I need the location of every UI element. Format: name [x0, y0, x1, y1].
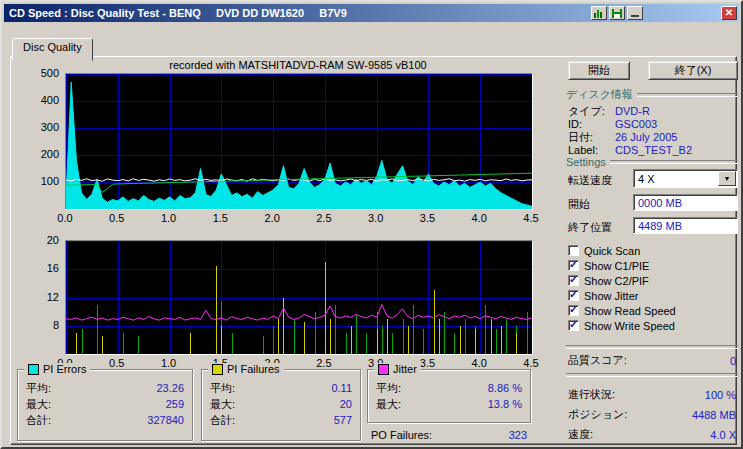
recorded-with-text: recorded with MATSHITADVD-RAM SW-9585 vB… — [65, 59, 531, 71]
x-tick-label: 4.0 — [466, 212, 492, 224]
disc-info-header: ディスク情報 — [566, 87, 738, 102]
start-position-input[interactable]: 0000 MB — [633, 194, 738, 211]
stat-label: 平均: — [26, 381, 51, 396]
x-tick-label: 2.5 — [311, 357, 337, 369]
stat-value: 13.8 % — [488, 398, 522, 410]
exit-button[interactable]: 終了(X) — [648, 61, 738, 80]
speed-row-label: 速度: — [568, 427, 593, 442]
app-window: CD Speed : Disc Quality Test - BENQ DVD … — [0, 0, 743, 449]
x-tick-label: 0.0 — [52, 212, 78, 224]
checkbox-show-jitter[interactable]: Show Jitter — [568, 289, 638, 302]
stat-label: 最大: — [376, 397, 401, 412]
checkbox-label: Quick Scan — [584, 245, 640, 257]
disc-quality-pane: recorded with MATSHITADVD-RAM SW-9585 vB… — [10, 56, 737, 445]
y-tick-label: 8 — [11, 319, 59, 331]
stat-value: 0.11 — [331, 382, 352, 394]
chart-canvas — [66, 74, 532, 209]
stat-value: 577 — [334, 414, 352, 426]
y-tick-label: 100 — [11, 175, 59, 187]
checkbox-show-c2-pif[interactable]: Show C2/PIF — [568, 274, 649, 287]
checkbox-show-c1-pie[interactable]: Show C1/PIE — [568, 259, 649, 272]
progress-row: 進行状況: 100 % — [568, 387, 736, 402]
y-tick-label: 300 — [11, 121, 59, 133]
y-tick-label: 16 — [11, 262, 59, 274]
titlebar-buttons: ✕ — [591, 6, 739, 20]
checkbox-box[interactable] — [568, 245, 579, 256]
checkbox-box[interactable] — [568, 275, 579, 286]
quality-score-row: 品質スコア: 0 — [568, 353, 736, 368]
quality-score-value: 0 — [730, 355, 736, 367]
stat-label: 合計: — [26, 413, 51, 428]
tab-disc-quality[interactable]: Disc Quality — [12, 38, 93, 61]
stat-value: 23.26 — [156, 382, 184, 394]
position-row: ポジション: 4488 MB — [568, 407, 736, 422]
checkbox-label: Show C2/PIF — [584, 275, 649, 287]
pi-errors-box-title: PI Errors — [24, 363, 90, 375]
x-tick-label: 4.5 — [518, 212, 544, 224]
jitter-box-title: Jitter — [374, 363, 421, 375]
y-tick-label: 200 — [11, 148, 59, 160]
chart-icon[interactable] — [591, 6, 607, 20]
jitter-title-label: Jitter — [393, 363, 417, 375]
jitter-swatch-icon — [378, 364, 389, 375]
stat-row: 合計:327840 — [26, 412, 184, 428]
x-tick-label: 4.0 — [466, 357, 492, 369]
checkbox-box[interactable] — [568, 290, 579, 301]
speed-row: 速度: 4.0 X — [568, 427, 736, 442]
disc-info-label: Label: — [568, 144, 615, 156]
stat-row: 最大:259 — [26, 396, 184, 412]
disc-info-value: CDS_TEST_B2 — [615, 144, 692, 156]
stat-label: 平均: — [376, 381, 401, 396]
x-tick-label: 1.0 — [156, 357, 182, 369]
stat-row: 最大:13.8 % — [376, 396, 522, 412]
checkbox-quick-scan[interactable]: Quick Scan — [568, 244, 640, 257]
minimize-icon[interactable] — [627, 6, 643, 20]
position-label: ポジション: — [568, 407, 627, 422]
checkbox-box[interactable] — [568, 305, 579, 316]
x-tick-label: 3.0 — [363, 212, 389, 224]
chart-canvas — [66, 241, 532, 354]
checkbox-box[interactable] — [568, 320, 579, 331]
chevron-down-icon[interactable]: ▼ — [718, 171, 736, 186]
progress-value: 100 % — [705, 389, 736, 401]
speed-row-value: 4.0 X — [710, 429, 736, 441]
x-tick-label: 2.5 — [311, 212, 337, 224]
title-bar[interactable]: CD Speed : Disc Quality Test - BENQ DVD … — [4, 4, 739, 22]
checkbox-show-write-speed[interactable]: Show Write Speed — [568, 319, 675, 332]
close-icon[interactable]: ✕ — [721, 6, 737, 20]
divider — [637, 93, 738, 97]
pif-jitter-chart: 81216200.00.51.01.52.02.53.03.54.04.5 — [11, 240, 555, 374]
window-title: CD Speed : Disc Quality Test - BENQ DVD … — [9, 7, 347, 19]
save-icon[interactable] — [609, 6, 625, 20]
titlebar-spacer — [645, 13, 719, 14]
stat-value: 8.86 % — [488, 382, 522, 394]
stat-row: 平均:8.86 % — [376, 380, 522, 396]
x-tick-label: 3.5 — [414, 212, 440, 224]
checkbox-box[interactable] — [568, 260, 579, 271]
pi-errors-plot — [65, 73, 533, 210]
pi-failures-title-label: PI Failures — [227, 363, 280, 375]
checkbox-label: Show C1/PIE — [584, 260, 649, 272]
start-button[interactable]: 開始 — [568, 61, 630, 80]
divider — [610, 160, 738, 164]
settings-header-label: Settings — [566, 156, 606, 168]
stat-row: 合計:577 — [210, 412, 352, 428]
pi-failures-swatch-icon — [212, 364, 223, 375]
series-jitter — [66, 305, 532, 321]
po-failures-value: 323 — [509, 429, 527, 441]
po-failures-row: PO Failures: 323 — [371, 429, 527, 441]
checkbox-show-read-speed[interactable]: Show Read Speed — [568, 304, 676, 317]
jitter-box: Jitter 平均:8.86 % 最大:13.8 % — [367, 369, 531, 423]
pi-errors-title-label: PI Errors — [43, 363, 86, 375]
speed-dropdown[interactable]: 4 X ▼ — [633, 169, 738, 188]
checkbox-label: Show Jitter — [584, 290, 638, 302]
disc-info-header-label: ディスク情報 — [566, 87, 633, 102]
end-position-input[interactable]: 4489 MB — [633, 217, 738, 234]
pi-failures-box: PI Failures 平均:0.11 最大:20 合計:577 — [201, 369, 361, 441]
end-position-label: 終了位置 — [568, 220, 612, 235]
quality-score-label: 品質スコア: — [568, 353, 627, 368]
pif-jitter-plot — [65, 240, 533, 355]
progress-label: 進行状況: — [568, 387, 615, 402]
y-tick-label: 500 — [11, 67, 59, 79]
stat-label: 最大: — [210, 397, 235, 412]
